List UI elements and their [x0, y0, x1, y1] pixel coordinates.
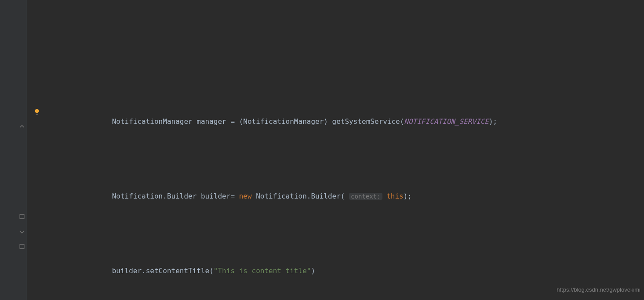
code-text: Notification.Builder builder= [112, 192, 239, 200]
editor-gutter [0, 0, 27, 300]
svg-rect-3 [20, 244, 24, 249]
fold-toggle-icon[interactable] [19, 124, 25, 130]
code-line[interactable]: builder.setContentTitle("This is content… [27, 264, 644, 278]
code-text: Notification.Builder( [252, 192, 349, 200]
watermark-text: https://blog.csdn.net/gwplovekimi [557, 282, 640, 297]
code-text: ); [489, 117, 497, 126]
editor-padding [27, 45, 644, 54]
keyword: this [386, 192, 404, 200]
fold-toggle-icon[interactable] [19, 229, 25, 234]
code-text: ); [404, 192, 412, 200]
code-line[interactable]: Notification.Builder builder= new Notifi… [27, 189, 644, 204]
code-text [382, 192, 387, 200]
code-line[interactable]: NotificationManager manager = (Notificat… [27, 114, 644, 129]
parameter-hint: context: [349, 193, 382, 200]
string-literal: "This is content title" [214, 267, 311, 275]
code-editor[interactable]: NotificationManager manager = (Notificat… [27, 0, 644, 300]
svg-rect-2 [20, 214, 24, 219]
fold-toggle-icon[interactable] [19, 214, 25, 219]
fold-toggle-icon[interactable] [19, 244, 25, 249]
code-text: NotificationManager manager = (Notificat… [112, 117, 404, 126]
keyword: new [239, 192, 252, 200]
code-text: builder.setContentTitle( [112, 267, 214, 275]
constant-ref: NOTIFICATION_SERVICE [404, 117, 489, 126]
code-text: ) [311, 267, 315, 275]
